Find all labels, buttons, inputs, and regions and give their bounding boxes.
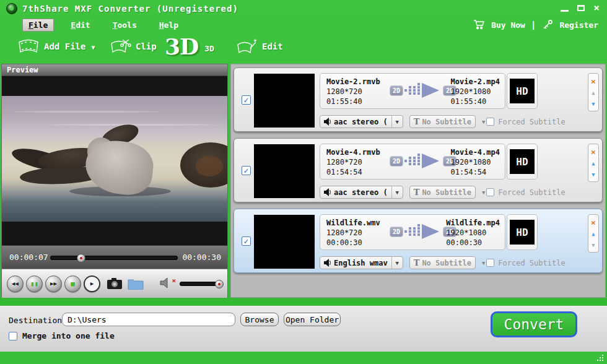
convert-button[interactable]: Convert <box>491 311 577 337</box>
cart-icon <box>473 19 486 30</box>
maximize-icon[interactable] <box>577 5 585 11</box>
buy-now-link[interactable]: Buy Now <box>491 20 525 30</box>
open-folder-button[interactable]: Open Folder <box>284 313 341 326</box>
total-time: 00:00:30 <box>182 253 221 262</box>
file-item-selected[interactable]: ✓ Wildlife.wmv 1280*720 00:00:30 2D 2D W… <box>234 209 603 273</box>
film-icon <box>17 37 40 56</box>
file-list: ✓ Movie-2.rmvb 1280*720 01:55:40 2D 2D M… <box>230 64 606 298</box>
forced-subtitle-dropdown-icon[interactable]: ▼ <box>482 189 485 196</box>
forced-subtitle-label: Forced Subtitle <box>498 188 565 197</box>
source-duration: 01:54:54 <box>326 167 380 177</box>
merge-label: Merge into one file <box>22 331 115 340</box>
add-file-button[interactable]: Add File ▼ <box>17 37 95 56</box>
move-down-icon[interactable]: ▼ <box>592 102 595 107</box>
audio-dropdown-icon[interactable]: ▼ <box>391 186 403 198</box>
forced-subtitle-dropdown-icon[interactable]: ▼ <box>482 119 485 125</box>
three-d-button[interactable]: 3D 3D <box>165 33 214 59</box>
clip-button[interactable]: Clip <box>110 37 157 56</box>
forced-subtitle-checkbox[interactable] <box>486 118 494 126</box>
fast-forward-button[interactable]: ▶▶ <box>45 275 62 292</box>
file-checkbox[interactable]: ✓ <box>242 236 251 246</box>
audio-track-select[interactable]: English wmav ▼ <box>320 256 403 269</box>
destination-input[interactable] <box>62 313 235 326</box>
track-options: aac stereo ( ▼ T No Subtitle ▼ Forced Su… <box>320 186 566 199</box>
forced-subtitle-checkbox[interactable] <box>486 188 494 196</box>
volume-thumb[interactable] <box>215 280 224 288</box>
menu-edit[interactable]: Edit <box>65 19 95 31</box>
footer-bar: Destination: Browse Open Folder Merge in… <box>0 306 607 352</box>
menu-tools[interactable]: Tools <box>107 19 142 31</box>
subtitle-select[interactable]: T No Subtitle <box>409 186 476 199</box>
subtitle-select[interactable]: T No Subtitle <box>409 115 476 128</box>
header-separator: | <box>531 20 536 30</box>
file-item[interactable]: ✓ Movie-2.rmvb 1280*720 01:55:40 2D 2D M… <box>234 67 603 132</box>
move-up-icon[interactable]: ▲ <box>592 90 595 96</box>
item-controls: × ▲ ▼ <box>588 73 599 111</box>
subtitle-select[interactable]: T No Subtitle <box>409 256 476 269</box>
file-checkbox[interactable]: ✓ <box>242 166 251 175</box>
folder-icon[interactable] <box>128 277 144 290</box>
edit-button[interactable]: ★ Edit <box>237 37 283 56</box>
move-up-icon[interactable]: ▲ <box>592 232 595 237</box>
video-frame <box>2 96 227 222</box>
rewind-button[interactable]: ◀◀ <box>7 275 24 292</box>
subtitle-text-icon: T <box>414 117 420 126</box>
file-item[interactable]: ✓ Movie-4.rmvb 1280*720 01:54:54 2D 2D M… <box>234 138 603 202</box>
close-icon[interactable]: × <box>593 4 600 12</box>
source-resolution: 1280*720 <box>326 87 380 97</box>
merge-checkbox[interactable] <box>9 332 17 340</box>
forced-subtitle-checkbox[interactable] <box>486 259 494 267</box>
title-bar: 7thShare MXF Converter (Unregistered) × <box>0 0 607 17</box>
remove-item-icon[interactable]: × <box>591 149 596 155</box>
menu-help[interactable]: Help <box>154 19 184 31</box>
item-controls: × ▲ ▼ <box>588 214 599 253</box>
track-options: aac stereo ( ▼ T No Subtitle ▼ Forced Su… <box>320 115 566 128</box>
remove-item-icon[interactable]: × <box>591 78 596 85</box>
target-resolution: 1920*1080 <box>451 157 500 167</box>
register-link[interactable]: Register <box>559 20 598 30</box>
move-up-icon[interactable]: ▲ <box>592 161 595 167</box>
snapshot-camera-icon[interactable] <box>107 277 123 290</box>
target-duration: 00:00:30 <box>446 238 500 248</box>
file-checkbox[interactable]: ✓ <box>242 95 251 105</box>
audio-dropdown-icon[interactable]: ▼ <box>391 257 403 269</box>
play-button[interactable]: ▶ <box>84 275 100 292</box>
seek-bar[interactable] <box>50 256 178 260</box>
audio-track-select[interactable]: aac stereo ( ▼ <box>320 186 403 199</box>
audio-track-select[interactable]: aac stereo ( ▼ <box>320 115 403 128</box>
playback-controls: ◀◀ ▮▮ ▶▶ ■ ▶ × <box>2 269 227 298</box>
target-filename: Wildlife.mp4 <box>446 218 500 228</box>
stop-button[interactable]: ■ <box>64 275 81 292</box>
conversion-info: Wildlife.wmv 1280*720 00:00:30 2D 2D Wil… <box>320 214 505 250</box>
mute-speaker-icon[interactable]: × <box>160 277 175 290</box>
source-duration: 00:00:30 <box>326 238 380 248</box>
edit-film-icon: ★ <box>237 37 258 56</box>
forced-subtitle-label: Forced Subtitle <box>498 259 565 267</box>
speaker-icon <box>324 259 331 267</box>
pause-button[interactable]: ▮▮ <box>26 275 43 292</box>
add-file-caret-icon[interactable]: ▼ <box>91 44 95 51</box>
resize-grip[interactable] <box>596 353 605 362</box>
subtitle-text-icon: T <box>414 258 420 267</box>
move-down-icon[interactable]: ▼ <box>592 172 595 178</box>
menu-file[interactable]: File <box>22 19 54 32</box>
current-time: 00:00:07 <box>9 253 48 262</box>
minimize-icon[interactable] <box>561 10 569 12</box>
dimension-from-badge: 2D <box>390 227 403 237</box>
preview-title: Preview <box>2 64 227 76</box>
convert-arrow-icon <box>403 153 443 169</box>
key-icon <box>541 19 554 30</box>
volume-slider[interactable] <box>180 282 221 286</box>
browse-button[interactable]: Browse <box>240 313 279 326</box>
seek-thumb[interactable] <box>77 254 85 262</box>
dimension-from-badge: 2D <box>390 85 403 96</box>
audio-dropdown-icon[interactable]: ▼ <box>391 116 403 128</box>
move-down-icon[interactable]: ▼ <box>592 243 595 248</box>
forced-subtitle-dropdown-icon[interactable]: ▼ <box>482 260 485 266</box>
destination-label: Destination: <box>9 316 67 325</box>
remove-item-icon[interactable]: × <box>591 219 596 226</box>
convert-arrow-icon <box>403 82 443 98</box>
quality-badge-box: HD <box>507 214 538 250</box>
video-preview <box>2 76 227 245</box>
app-logo-icon <box>6 3 17 14</box>
